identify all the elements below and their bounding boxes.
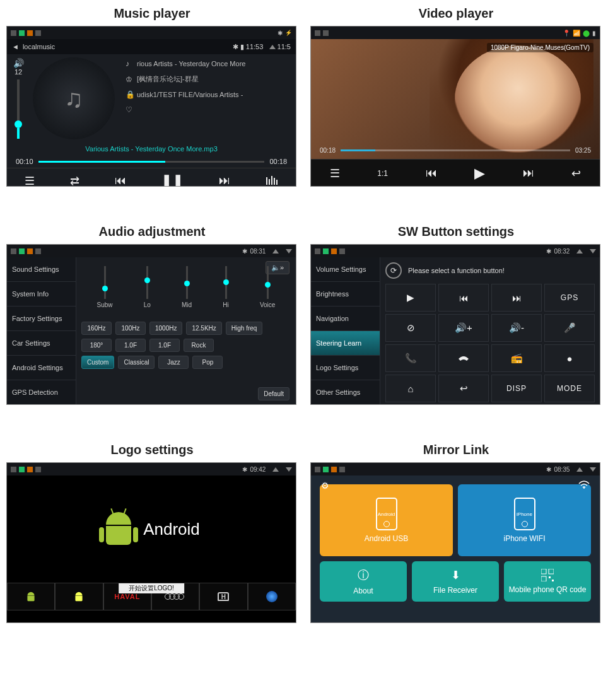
logo-main-text: Android bbox=[143, 520, 200, 539]
tile-about[interactable]: ⓘ About bbox=[320, 561, 407, 602]
chip-rock[interactable]: Rock bbox=[184, 339, 214, 352]
svg-point-5 bbox=[583, 487, 585, 489]
chip-180[interactable]: 180° bbox=[81, 339, 112, 352]
aspect-button[interactable]: 1:1 bbox=[377, 169, 388, 178]
sidebar-item-car[interactable]: Car Settings bbox=[7, 331, 76, 356]
cycle-icon[interactable]: ⟳ bbox=[385, 262, 402, 279]
svg-rect-1 bbox=[269, 179, 270, 185]
path-icon: 🔒 bbox=[126, 90, 133, 99]
svg-rect-2 bbox=[271, 176, 272, 185]
logo-opt-globe[interactable] bbox=[248, 583, 296, 610]
eq-button[interactable] bbox=[266, 176, 278, 186]
sidebar-item-navigation[interactable]: Navigation bbox=[311, 306, 380, 331]
volume-icon[interactable]: 🔊 bbox=[13, 58, 24, 68]
vlist-button[interactable]: ☰ bbox=[330, 166, 340, 180]
logo-opt-honda[interactable]: H bbox=[199, 583, 247, 610]
sidebar-item-logo[interactable]: Logo Settings bbox=[311, 356, 380, 380]
sw-gps[interactable]: GPS bbox=[544, 284, 595, 312]
clock-2: 11:5 bbox=[278, 43, 291, 50]
tile-file-receiver[interactable]: ⬇ File Receiver bbox=[412, 561, 499, 602]
sw-prev[interactable]: ⏮ bbox=[438, 284, 489, 312]
loading-toast: 开始设置LOGO! bbox=[119, 583, 184, 593]
sidebar-item-sound[interactable]: Sound Settings bbox=[7, 257, 76, 282]
eq-slider-subw[interactable] bbox=[104, 266, 106, 299]
sidebar-item-other[interactable]: Other Settings bbox=[311, 380, 380, 405]
sidebar-item-volume[interactable]: Volume Settings bbox=[311, 257, 380, 282]
vprev-button[interactable]: ⏮ bbox=[426, 166, 437, 180]
tile-qr[interactable]: Mobile phone QR code bbox=[504, 561, 591, 602]
sw-mic[interactable]: 🎤 bbox=[544, 314, 595, 342]
svg-rect-6 bbox=[541, 569, 546, 574]
shuffle-button[interactable]: ⇄ bbox=[70, 174, 79, 187]
tile-android-usb[interactable]: Android Android USB bbox=[320, 484, 453, 556]
sw-mute[interactable]: ⊘ bbox=[385, 314, 436, 342]
vplay-button[interactable]: ▶ bbox=[474, 165, 485, 182]
speaker-button[interactable]: 🔈» bbox=[266, 261, 289, 274]
audio-screen: ✱08:31 Sound Settings System Info Factor… bbox=[6, 244, 296, 405]
logo-opt-android2[interactable] bbox=[55, 583, 103, 610]
logo-opt-android1[interactable] bbox=[7, 583, 55, 610]
track-title: rious Artists - Yesterday Once More bbox=[137, 60, 245, 67]
sidebar-item-android[interactable]: Android Settings bbox=[7, 356, 76, 380]
sidebar-item-system[interactable]: System Info bbox=[7, 282, 76, 306]
chip-jazz[interactable]: Jazz bbox=[158, 356, 189, 369]
sidebar-item-steering[interactable]: Steering Learn bbox=[311, 331, 380, 356]
logo-clock: 09:42 bbox=[250, 466, 266, 473]
chip-10f-2[interactable]: 1.0F bbox=[149, 339, 180, 352]
chip-125khz[interactable]: 12.5KHz bbox=[186, 322, 221, 335]
chip-highfreq[interactable]: High freq bbox=[226, 322, 263, 335]
vnext-button[interactable]: ⏭ bbox=[523, 166, 534, 180]
chip-160hz[interactable]: 160Hz bbox=[81, 322, 112, 335]
sw-screen: ✱08:32 Volume Settings Brightness Naviga… bbox=[310, 244, 600, 405]
eq-slider-voice[interactable] bbox=[267, 266, 269, 299]
eq-slider-mid[interactable] bbox=[186, 266, 188, 299]
list-button[interactable]: ☰ bbox=[25, 174, 35, 187]
svg-rect-9 bbox=[549, 576, 551, 578]
default-button[interactable]: Default bbox=[258, 387, 289, 400]
sw-play[interactable]: ▶ bbox=[385, 284, 436, 312]
mirror-screen: ✱08:35 ⚙ Android Android USB iPhone iPho… bbox=[310, 462, 600, 623]
svg-rect-10 bbox=[552, 580, 554, 581]
sw-mode[interactable]: MODE bbox=[544, 375, 595, 402]
svg-rect-7 bbox=[549, 569, 554, 574]
prev-button[interactable]: ⏮ bbox=[115, 174, 126, 187]
settings-icon[interactable]: ⚙ bbox=[321, 481, 329, 491]
sw-home[interactable]: ⌂ bbox=[385, 375, 436, 402]
music-screen: ✱⚡ ◄localmusic ✱ ▮ 11:53 11:5 🔊 12 ♫ ♪r bbox=[6, 26, 296, 187]
sw-disp[interactable]: DISP bbox=[491, 375, 542, 402]
sidebar-item-gps[interactable]: GPS Detection bbox=[7, 380, 76, 405]
logo-screen: ✱09:42 Android 开始设置LOGO! HAVAL H bbox=[6, 462, 296, 623]
sw-next[interactable]: ⏭ bbox=[491, 284, 542, 312]
chip-pop[interactable]: Pop bbox=[192, 356, 223, 369]
sw-rec[interactable]: ● bbox=[544, 344, 595, 372]
sw-voldn[interactable]: 🔊- bbox=[491, 314, 542, 342]
sw-call[interactable]: 📞 bbox=[385, 344, 436, 372]
sw-volup[interactable]: 🔊+ bbox=[438, 314, 489, 342]
back-icon[interactable]: ◄ bbox=[12, 43, 19, 50]
wifi-icon[interactable] bbox=[578, 481, 590, 489]
chip-100hz[interactable]: 100Hz bbox=[115, 322, 146, 335]
video-screen: 📍📶⬤▮ 1080P Figaro-Nine.Muses(GomTV) 00:1… bbox=[310, 26, 600, 187]
tile-iphone-wifi[interactable]: iPhone iPhone WIFI bbox=[458, 484, 591, 556]
chip-custom[interactable]: Custom bbox=[81, 356, 114, 369]
chip-10f-1[interactable]: 1.0F bbox=[115, 339, 146, 352]
video-progress[interactable] bbox=[341, 149, 570, 151]
sidebar-item-brightness[interactable]: Brightness bbox=[311, 282, 380, 306]
audio-clock: 08:31 bbox=[250, 248, 266, 255]
progress-bar[interactable] bbox=[38, 161, 265, 163]
chip-1000hz[interactable]: 1000Hz bbox=[149, 322, 182, 335]
chip-classical[interactable]: Classical bbox=[118, 356, 155, 369]
pause-button[interactable]: ❚❚ bbox=[161, 173, 184, 187]
sw-back[interactable]: ↩ bbox=[438, 375, 489, 402]
eq-slider-hi[interactable] bbox=[225, 266, 227, 299]
sw-radio[interactable]: 📻 bbox=[491, 344, 542, 372]
sw-endcall[interactable] bbox=[438, 344, 489, 372]
fav-icon[interactable]: ♡ bbox=[126, 105, 133, 114]
vback-button[interactable]: ↩ bbox=[571, 166, 581, 180]
mirror-clock: 08:35 bbox=[554, 466, 570, 473]
next-button[interactable]: ⏭ bbox=[219, 174, 230, 187]
volume-slider[interactable] bbox=[17, 79, 20, 139]
sidebar-item-factory[interactable]: Factory Settings bbox=[7, 306, 76, 331]
video-viewport[interactable]: 1080P Figaro-Nine.Muses(GomTV) 00:18 03:… bbox=[311, 39, 600, 159]
eq-slider-lo[interactable] bbox=[146, 266, 148, 299]
